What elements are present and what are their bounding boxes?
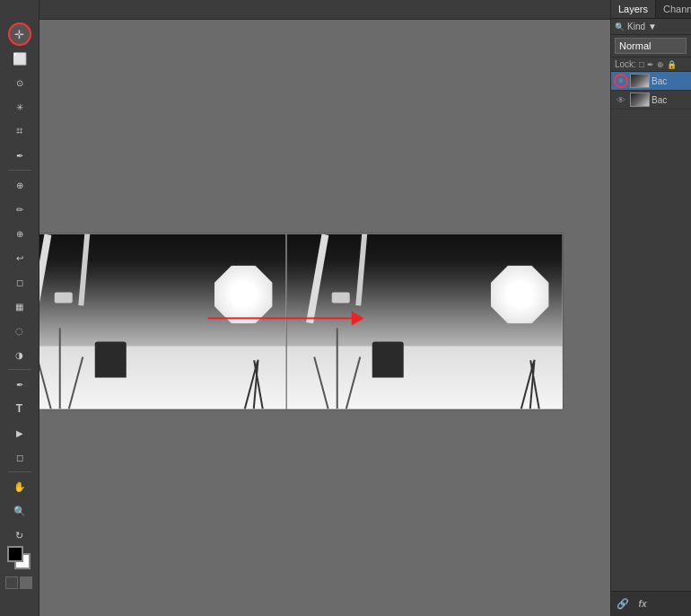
layers-list: 👁 Bac 👁 Bac: [611, 72, 691, 591]
text-icon: T: [16, 402, 22, 415]
magic-wand-icon: ✳: [16, 102, 23, 112]
marquee-tool-button[interactable]: ⬜: [8, 47, 31, 70]
layer-name: Bac: [652, 95, 688, 105]
history-brush-button[interactable]: ↩: [8, 246, 31, 269]
history-icon: ↩: [16, 253, 23, 263]
move-icon: ✛: [14, 28, 24, 41]
layer-name: Bac: [652, 76, 688, 86]
rotate-view-button[interactable]: ↻: [8, 524, 31, 547]
link-icon: 🔗: [617, 598, 629, 610]
filter-label: Kind: [627, 22, 645, 31]
panel-tabs: Layers Channels: [611, 0, 691, 19]
softbox-right: [491, 265, 549, 323]
crop-tool-button[interactable]: ⌗: [8, 119, 31, 143]
zoom-icon: 🔍: [13, 506, 26, 517]
blur-button[interactable]: ◌: [8, 319, 31, 342]
eyedropper-icon: ✒: [16, 151, 23, 161]
tab-channels[interactable]: Channels: [656, 0, 691, 18]
layers-panel: Layers Channels 🔍 Kind ▼ Lock: □ ✒ ⊕ 🔒 👁: [610, 0, 691, 616]
quick-mask-button[interactable]: [20, 576, 32, 589]
text-tool-button[interactable]: T: [8, 397, 31, 420]
eraser-button[interactable]: ◻: [8, 270, 31, 294]
marquee-icon: ⬜: [13, 52, 27, 66]
blur-icon: ◌: [15, 326, 23, 336]
foreground-color-swatch[interactable]: [7, 546, 23, 562]
tool-separator-3: [8, 471, 31, 472]
filter-dropdown[interactable]: ▼: [648, 22, 657, 31]
filter-icon: 🔍: [615, 22, 625, 31]
options-bar: [39, 0, 610, 20]
brush-button[interactable]: ✏: [8, 198, 31, 221]
lock-position-icon[interactable]: ⊕: [657, 60, 664, 69]
layer-thumb-preview: [631, 75, 649, 87]
pen-icon: ✒: [16, 380, 23, 390]
eraser-icon: ◻: [16, 277, 23, 287]
tool-separator-2: [8, 369, 31, 370]
clone-stamp-button[interactable]: ⊕: [8, 222, 31, 245]
eyedropper-button[interactable]: ✒: [8, 144, 31, 167]
tab-layers[interactable]: Layers: [611, 0, 656, 18]
path-select-button[interactable]: ▶: [8, 421, 31, 444]
clone-icon: ⊕: [16, 229, 23, 239]
magic-wand-button[interactable]: ✳: [8, 95, 31, 119]
tool-separator-1: [8, 170, 31, 171]
studio-image-left: [39, 233, 286, 409]
lock-image-icon[interactable]: ✒: [647, 60, 654, 69]
spot-heal-button[interactable]: ⊕: [8, 173, 31, 197]
gradient-icon: ▦: [15, 302, 23, 312]
shapes-button[interactable]: ◻: [8, 445, 31, 469]
dodge-button[interactable]: ◑: [8, 343, 31, 366]
link-layers-button[interactable]: 🔗: [615, 596, 631, 612]
lock-label: Lock:: [615, 59, 636, 69]
lasso-tool-button[interactable]: ⊙: [8, 71, 31, 94]
blend-mode-input[interactable]: [615, 38, 687, 54]
crop-icon: ⌗: [16, 124, 22, 138]
layer-thumbnail: [630, 74, 650, 88]
fx-icon: fx: [639, 599, 647, 609]
rotate-icon: ↻: [15, 530, 23, 541]
canvas-content: [39, 233, 564, 409]
canvas-area: [39, 20, 610, 616]
softbox-left: [214, 265, 273, 323]
color-swatches[interactable]: [7, 546, 23, 562]
standard-mode-button[interactable]: [5, 576, 18, 589]
layer-thumbnail: [630, 92, 650, 107]
brush-icon: ✏: [16, 205, 23, 215]
move-tool-button[interactable]: ✛: [8, 22, 31, 46]
layers-bottom-bar: 🔗 fx: [611, 591, 691, 616]
studio-image-right: [286, 233, 563, 409]
toolbar: ✛ ⬜ ⊙ ✳ ⌗ ✒ ⊕ ✏ ⊕ ↩ ◻ ▦ ◌ ◑ ✒ T ▶: [0, 0, 39, 616]
quick-mask-controls: [5, 576, 32, 589]
layer-item[interactable]: 👁 Bac: [611, 91, 691, 110]
lock-all-icon[interactable]: 🔒: [667, 60, 677, 69]
lock-transparency-icon[interactable]: □: [639, 59, 644, 69]
layer-item[interactable]: 👁 Bac: [611, 72, 691, 91]
layer-thumb-preview: [631, 93, 649, 106]
blend-mode-row: [611, 35, 691, 57]
shapes-icon: ◻: [16, 453, 23, 462]
pen-tool-button[interactable]: ✒: [8, 373, 31, 396]
layer-visibility-toggle[interactable]: 👁: [614, 92, 628, 107]
lock-row: Lock: □ ✒ ⊕ 🔒: [611, 57, 691, 72]
lasso-icon: ⊙: [16, 78, 23, 88]
path-select-icon: ▶: [16, 428, 23, 438]
spot-heal-icon: ⊕: [16, 180, 23, 190]
gradient-button[interactable]: ▦: [8, 295, 31, 318]
zoom-tool-button[interactable]: 🔍: [8, 499, 31, 523]
layers-filter-row: 🔍 Kind ▼: [611, 19, 691, 35]
eye-icon: 👁: [617, 95, 625, 105]
layer-visibility-toggle[interactable]: 👁: [614, 74, 628, 88]
dodge-icon: ◑: [15, 350, 23, 360]
eye-icon-highlighted: 👁: [614, 74, 628, 88]
layer-effects-button[interactable]: fx: [634, 596, 651, 612]
hand-tool-button[interactable]: ✋: [8, 475, 31, 498]
hand-icon: ✋: [13, 481, 26, 493]
